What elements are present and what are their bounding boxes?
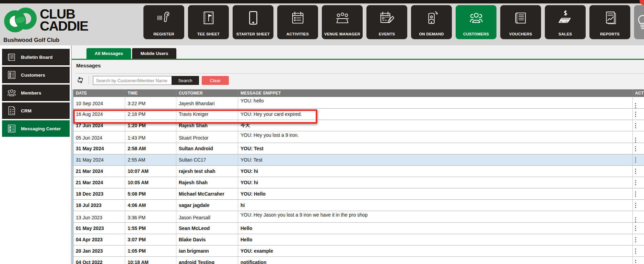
table-row[interactable]: 04 Oct 2022 10:18 AM android Testing not… (73, 257, 644, 264)
nav-button-on-demand[interactable]: ON DEMAND (411, 5, 452, 39)
table-row[interactable]: 31 May 2024 2:58 AM Sultan Android YOU: … (73, 143, 644, 154)
row-customer: Rajesh Shah (176, 177, 238, 188)
logo-wordmark: CLUB CADDIE (40, 8, 88, 32)
nav-button-reports[interactable]: REPORTS (589, 5, 630, 39)
nav-button-venue-manager[interactable]: VENUE MANAGER (322, 5, 363, 39)
table-row[interactable]: 21 Mar 2024 10:05 AM Rajesh Shah YOU: hi (73, 177, 644, 188)
nav-button-starter-sheet[interactable]: STARTER SHEET (233, 5, 273, 39)
tab-all-messages[interactable]: All Messages (86, 48, 131, 59)
row-action (633, 188, 644, 199)
newspaper-icon (513, 9, 529, 26)
kebab-menu-icon[interactable] (635, 114, 636, 115)
nav-button-events[interactable]: EVENTS (366, 5, 407, 39)
kebab-menu-icon[interactable] (635, 262, 636, 263)
title-divider (75, 73, 644, 74)
page-title: Messages (76, 63, 101, 68)
table-row[interactable]: 10 Sep 2024 3:22 PM Jayesh Bhandari YOU:… (73, 97, 644, 109)
row-snippet: YOU: hello (238, 97, 633, 108)
row-snippet: Hello (238, 234, 633, 245)
table-row[interactable]: 21 Mar 2024 10:07 AM rajesh test shah YO… (73, 166, 644, 177)
nav-button-sales[interactable]: SALES (545, 5, 586, 39)
clear-button[interactable]: Clear (202, 76, 229, 85)
people-group-icon (7, 88, 17, 98)
row-action (633, 109, 644, 120)
newspaper-icon (7, 52, 17, 62)
row-time: 1:43 PM (125, 131, 176, 143)
table-row[interactable]: 01 May 2023 1:55 PM Sean McLeod Hello (73, 223, 644, 234)
kebab-menu-icon[interactable] (635, 160, 636, 161)
kebab-menu-icon[interactable] (635, 219, 636, 220)
table-row[interactable]: 04 Apr 2023 3:07 PM Blake Davis Hello (73, 234, 644, 245)
table-row[interactable]: 05 Jun 2024 1:43 PM Stuart Proctor YOU: … (73, 131, 644, 143)
table-body: 10 Sep 2024 3:22 PM Jayesh Bhandari YOU:… (73, 97, 644, 264)
table-row[interactable]: 20 Jan 2023 1:05 PM ian brigmann YOU: ex… (73, 245, 644, 257)
table-row[interactable]: 16 Aug 2024 2:18 PM Travis Kreiger YOU: … (73, 109, 644, 120)
kebab-menu-icon[interactable] (635, 125, 636, 126)
kebab-menu-icon[interactable] (635, 205, 636, 206)
refresh-button[interactable] (76, 76, 84, 85)
kebab-menu-icon[interactable] (635, 251, 636, 252)
sidebar-item-messaging-center[interactable]: Messaging Center (2, 120, 70, 137)
row-date: 31 May 2024 (73, 143, 125, 154)
kebab-menu-icon[interactable] (635, 182, 636, 183)
row-snippet: YOU: Hey your card expired. (238, 109, 633, 120)
row-time: 1:05 PM (125, 245, 176, 256)
row-time: 3:36 PM (125, 211, 176, 222)
table-row[interactable]: 31 May 2024 2:55 AM Sultan CC17 YOU: Tes… (73, 154, 644, 166)
column-header-date[interactable]: DATE (73, 89, 125, 97)
row-action (633, 200, 644, 211)
table-row[interactable]: 17 Jun 2024 1:20 PM Rajesh Shah 今天 (73, 120, 644, 131)
row-date: 17 Jun 2024 (73, 120, 125, 131)
table-row[interactable]: 13 Jun 2023 3:36 PM Jason Pearsall YOU: … (73, 211, 644, 223)
row-time: 4:06 AM (125, 200, 176, 211)
nav-button-register[interactable]: REGISTER (143, 5, 184, 39)
column-header-message-snippet[interactable]: MESSAGE SNIPPET (238, 89, 633, 97)
row-action (633, 245, 644, 256)
venue-people-icon (335, 9, 350, 26)
sidebar-item-crm[interactable]: CRM (2, 102, 70, 119)
tab-mobile-users[interactable]: Mobile Users (132, 48, 176, 59)
calendar-list-icon (290, 9, 306, 26)
sidebar: Bulletin Board Customers Members CRM Mes… (0, 45, 71, 264)
row-snippet: Hello (238, 223, 633, 234)
row-action (633, 177, 644, 188)
kebab-menu-icon[interactable] (635, 148, 636, 149)
row-snippet: 今天 (238, 120, 633, 131)
row-snippet: YOU: Test (238, 143, 633, 154)
row-time: 1:20 PM (125, 120, 176, 131)
nav-button-tee-sheet[interactable]: TEE SHEET (188, 5, 229, 39)
row-snippet: YOU: Hey Jason you lost a 9 iron we have… (238, 211, 633, 222)
kebab-menu-icon[interactable] (635, 194, 636, 195)
row-date: 04 Oct 2022 (73, 257, 125, 264)
nav-button-activities[interactable]: ACTIVITIES (277, 5, 318, 39)
row-snippet: YOU: Test (238, 154, 633, 165)
column-header-customer[interactable]: CUSTOMER (176, 89, 238, 97)
search-input[interactable] (93, 76, 172, 85)
table-row[interactable]: 18 Jul 2023 4:06 AM sagar jagdale hi (73, 200, 644, 211)
nav-button-vouchers[interactable]: VOUCHERS (500, 5, 541, 39)
nav-button-customers[interactable]: CUSTOMERS (456, 5, 496, 39)
kebab-menu-icon[interactable] (635, 228, 636, 229)
row-customer: Jason Pearsall (176, 211, 238, 222)
row-time: 10:05 AM (125, 177, 176, 188)
toolbar-divider (89, 76, 89, 85)
sidebar-item-bulletin-board[interactable]: Bulletin Board (2, 49, 70, 65)
sidebar-item-customers[interactable]: Customers (2, 67, 70, 83)
column-header-time[interactable]: TIME (125, 89, 176, 97)
table-row[interactable]: 18 Dec 2023 5:08 PM Michael McCarraher Y… (73, 188, 644, 200)
kebab-menu-icon[interactable] (635, 105, 636, 106)
row-action (633, 257, 644, 264)
row-action (633, 166, 644, 177)
row-date: 10 Sep 2024 (73, 97, 125, 108)
sidebar-item-members[interactable]: Members (2, 85, 70, 101)
search-button[interactable]: Search (172, 76, 199, 85)
kebab-menu-icon[interactable] (635, 239, 636, 240)
app-header: CLUB CADDIE Bushwood Golf Club REGISTER … (0, 3, 644, 45)
row-snippet: YOU: Hello (238, 188, 633, 199)
row-date: 13 Jun 2023 (73, 211, 125, 222)
row-snippet: YOU: hi (238, 177, 633, 188)
row-customer: rajesh test shah (176, 166, 238, 177)
kebab-menu-icon[interactable] (635, 171, 636, 172)
partial-nav-button[interactable] (634, 5, 644, 39)
kebab-menu-icon[interactable] (635, 140, 636, 141)
